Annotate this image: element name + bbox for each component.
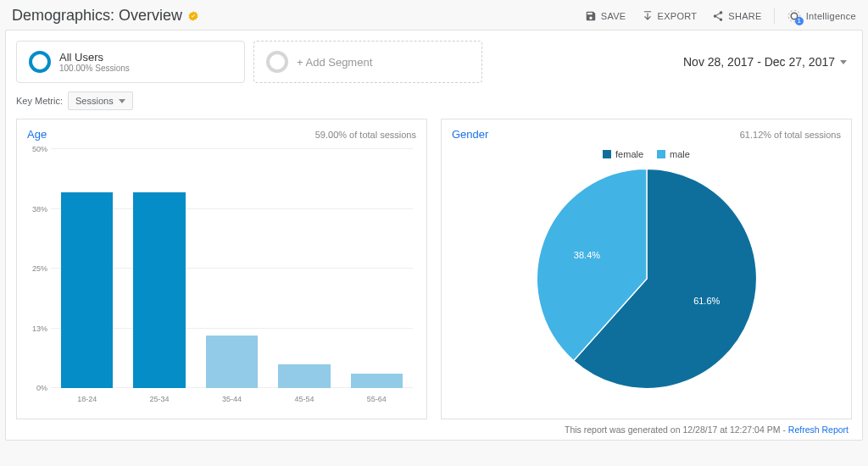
legend-item[interactable]: female bbox=[603, 149, 643, 159]
age-bar[interactable] bbox=[61, 192, 113, 388]
legend-item[interactable]: male bbox=[657, 149, 690, 159]
age-panel: Age 59.00% of total sessions 0%13%25%38%… bbox=[16, 119, 427, 419]
pie-slice-label: 61.6% bbox=[693, 296, 720, 306]
age-bar[interactable] bbox=[133, 192, 185, 388]
save-button[interactable]: Save bbox=[585, 10, 626, 22]
key-metric-dropdown[interactable]: Sessions bbox=[68, 92, 133, 110]
gender-subtitle: 61.12% of total sessions bbox=[740, 130, 841, 140]
intelligence-button[interactable]: 1 Intelligence bbox=[774, 8, 856, 24]
age-bar[interactable] bbox=[351, 374, 403, 388]
footer-text: This report was generated on 12/28/17 at… bbox=[565, 424, 788, 435]
page-title: Demographics: Overview bbox=[12, 7, 182, 25]
legend-label: female bbox=[615, 149, 643, 159]
segment-ring-placeholder-icon bbox=[266, 51, 288, 73]
segment-sub: 100.00% Sessions bbox=[59, 64, 130, 73]
legend-swatch bbox=[657, 150, 665, 158]
report-footer: This report was generated on 12/28/17 at… bbox=[16, 419, 852, 435]
age-bar-label: 55-64 bbox=[367, 395, 387, 403]
gender-pie-chart: 61.6%38.4% bbox=[532, 164, 761, 393]
age-bar-label: 18-24 bbox=[77, 395, 97, 403]
add-segment-button[interactable]: + Add Segment bbox=[253, 41, 482, 83]
intel-badge: 1 bbox=[795, 17, 804, 25]
share-label: Share bbox=[728, 11, 761, 21]
refresh-report-link[interactable]: Refresh Report bbox=[788, 424, 849, 435]
share-button[interactable]: Share bbox=[712, 10, 761, 22]
age-title[interactable]: Age bbox=[27, 128, 47, 141]
age-bar-label: 25-34 bbox=[150, 395, 170, 403]
age-bar-label: 45-54 bbox=[294, 395, 314, 403]
age-bar[interactable] bbox=[206, 336, 258, 388]
export-icon bbox=[642, 10, 654, 22]
gender-title[interactable]: Gender bbox=[452, 128, 488, 141]
add-segment-label: + Add Segment bbox=[297, 56, 372, 69]
intelligence-icon: 1 bbox=[787, 8, 802, 24]
gender-legend: femalemale bbox=[603, 149, 690, 159]
age-subtitle: 59.00% of total sessions bbox=[315, 130, 416, 140]
age-bar[interactable] bbox=[278, 364, 330, 388]
date-range-picker[interactable]: Nov 28, 2017 - Dec 27, 2017 bbox=[683, 55, 847, 69]
legend-swatch bbox=[603, 150, 611, 158]
date-range-text: Nov 28, 2017 - Dec 27, 2017 bbox=[683, 55, 835, 69]
key-metric-label: Key Metric: bbox=[16, 96, 63, 106]
segment-name: All Users bbox=[59, 51, 130, 64]
chevron-down-icon bbox=[840, 60, 847, 64]
segment-all-users[interactable]: All Users 100.00% Sessions bbox=[16, 41, 245, 83]
chevron-down-icon bbox=[119, 99, 125, 103]
segment-ring-icon bbox=[29, 51, 51, 73]
legend-label: male bbox=[670, 149, 690, 159]
pie-slice-label: 38.4% bbox=[574, 250, 600, 260]
save-icon bbox=[585, 10, 597, 22]
age-bar-label: 35-44 bbox=[222, 395, 242, 403]
share-icon bbox=[712, 10, 724, 22]
key-metric-value: Sessions bbox=[75, 96, 114, 106]
intelligence-label: Intelligence bbox=[806, 11, 856, 21]
age-bar-chart: 0%13%25%38%50% 18-2425-3435-4445-5455-64 bbox=[27, 149, 416, 412]
verified-icon bbox=[187, 10, 199, 22]
gender-panel: Gender 61.12% of total sessions femalema… bbox=[441, 119, 852, 419]
export-button[interactable]: Export bbox=[642, 10, 698, 22]
save-label: Save bbox=[601, 11, 626, 21]
export-label: Export bbox=[658, 11, 698, 21]
